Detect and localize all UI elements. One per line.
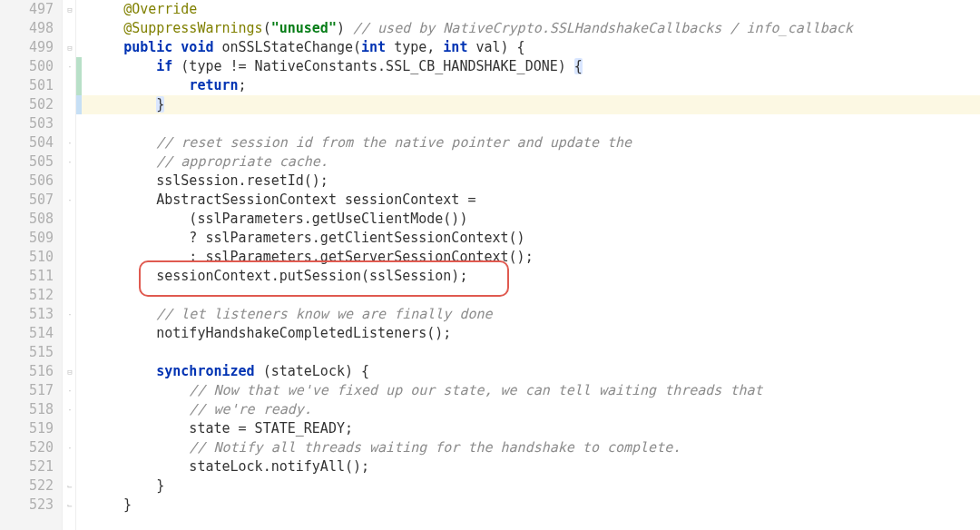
token-plain: notifyHandshakeCompletedListeners(); bbox=[91, 325, 451, 341]
fold-toggle-icon[interactable]: · bbox=[64, 138, 75, 149]
line-number: 505 bbox=[0, 152, 54, 172]
token-cmt: // let listeners know we are finally don… bbox=[156, 306, 492, 322]
token-plain bbox=[91, 39, 123, 55]
token-plain: state = STATE_READY; bbox=[91, 420, 353, 437]
code-line[interactable]: public void onSSLStateChange(int type, i… bbox=[91, 38, 980, 57]
code-line[interactable] bbox=[91, 343, 980, 362]
token-kw: return bbox=[189, 77, 238, 93]
code-line[interactable]: } bbox=[82, 95, 980, 114]
code-line[interactable]: if (type != NativeConstants.SSL_CB_HANDS… bbox=[91, 57, 980, 76]
line-number: 510 bbox=[0, 248, 54, 267]
fold-toggle-icon[interactable]: · bbox=[64, 309, 75, 320]
code-line[interactable]: sessionContext.putSession(sslSession); bbox=[91, 267, 980, 286]
fold-toggle-icon[interactable]: ⊟ bbox=[64, 5, 75, 15]
token-plain bbox=[91, 306, 156, 322]
token-plain bbox=[91, 153, 156, 170]
line-number: 500 bbox=[0, 57, 54, 76]
line-number: 503 bbox=[0, 114, 54, 133]
token-kw: public bbox=[123, 39, 172, 55]
code-line[interactable]: // let listeners know we are finally don… bbox=[91, 305, 980, 324]
line-number: 522 bbox=[0, 476, 54, 496]
code-line[interactable]: (sslParameters.getUseClientMode()) bbox=[91, 210, 980, 229]
code-line[interactable]: // reset session id from the native poin… bbox=[91, 133, 980, 152]
fold-toggle-icon[interactable]: · bbox=[64, 405, 75, 416]
code-line[interactable]: // Now that we've fixed up our state, we… bbox=[91, 381, 980, 400]
token-plain: : sslParameters.getServerSessionContext(… bbox=[91, 249, 534, 265]
code-line[interactable]: ? sslParameters.getClientSessionContext(… bbox=[91, 229, 980, 248]
code-line[interactable]: @Override bbox=[91, 0, 980, 19]
code-line[interactable]: @SuppressWarnings("unused") // used by N… bbox=[91, 19, 980, 38]
token-plain: ) bbox=[337, 20, 353, 36]
line-number: 519 bbox=[0, 419, 54, 438]
fold-toggle-icon[interactable]: · bbox=[64, 195, 75, 206]
code-line[interactable]: // we're ready. bbox=[91, 400, 980, 419]
token-plain: ( bbox=[263, 20, 271, 36]
code-line[interactable]: // appropriate cache. bbox=[91, 152, 980, 172]
token-plain bbox=[91, 20, 123, 36]
line-number: 523 bbox=[0, 496, 54, 515]
fold-toggle-icon[interactable]: ⌙ bbox=[64, 481, 75, 492]
code-line[interactable]: } bbox=[91, 476, 980, 496]
token-plain: (sslParameters.getUseClientMode()) bbox=[91, 211, 467, 227]
token-kw: int bbox=[361, 39, 386, 55]
line-number: 498 bbox=[0, 19, 54, 38]
fold-toggle-icon[interactable]: ⊟ bbox=[64, 43, 75, 54]
fold-column[interactable]: ⊟⊟·····⊟···⌙⌙ bbox=[62, 0, 76, 530]
code-line[interactable]: stateLock.notifyAll(); bbox=[91, 457, 980, 476]
token-ann: @Override bbox=[123, 1, 197, 17]
token-cmt: // we're ready. bbox=[189, 401, 311, 417]
line-number: 514 bbox=[0, 324, 54, 343]
token-plain: (stateLock) { bbox=[255, 363, 369, 379]
token-plain: } bbox=[91, 496, 132, 513]
code-line[interactable]: } bbox=[91, 496, 980, 515]
code-line[interactable]: return; bbox=[91, 76, 980, 95]
code-line[interactable]: AbstractSessionContext sessionContext = bbox=[91, 191, 980, 210]
token-cmt: // used by NativeCrypto.SSLHandshakeCall… bbox=[353, 20, 853, 36]
line-number: 511 bbox=[0, 267, 54, 286]
code-line[interactable] bbox=[91, 114, 980, 133]
token-plain: val) { bbox=[467, 39, 524, 55]
code-line[interactable]: // Notify all threads waiting for the ha… bbox=[91, 438, 980, 457]
token-brace-hl: } bbox=[156, 96, 164, 113]
token-brace-hl: { bbox=[574, 58, 583, 74]
line-number: 502 bbox=[0, 95, 54, 114]
token-plain: ? sslParameters.getClientSessionContext(… bbox=[91, 230, 525, 246]
fold-toggle-icon[interactable]: ⊟ bbox=[64, 367, 75, 378]
code-line[interactable]: synchronized (stateLock) { bbox=[91, 362, 980, 381]
line-number: 497 bbox=[0, 0, 54, 19]
fold-toggle-icon[interactable]: · bbox=[64, 157, 75, 168]
token-kw: int bbox=[443, 39, 467, 55]
token-plain: AbstractSessionContext sessionContext = bbox=[91, 191, 475, 208]
token-kw: void bbox=[181, 39, 213, 55]
token-cmt: // reset session id from the native poin… bbox=[156, 134, 632, 151]
token-cmt: // Notify all threads waiting for the ha… bbox=[189, 439, 681, 456]
code-line[interactable]: : sslParameters.getServerSessionContext(… bbox=[91, 248, 980, 267]
line-number: 506 bbox=[0, 172, 54, 191]
line-number: 499 bbox=[0, 38, 54, 57]
code-line[interactable] bbox=[91, 286, 980, 305]
code-area[interactable]: @Override @SuppressWarnings("unused") //… bbox=[82, 0, 980, 530]
token-plain: (type != NativeConstants.SSL_CB_HANDSHAK… bbox=[172, 58, 574, 74]
token-plain: ; bbox=[239, 77, 247, 93]
line-number: 520 bbox=[0, 438, 54, 457]
token-plain bbox=[91, 401, 189, 417]
fold-toggle-icon[interactable]: · bbox=[64, 443, 75, 454]
code-line[interactable]: state = STATE_READY; bbox=[91, 419, 980, 438]
token-plain bbox=[91, 363, 156, 379]
token-plain bbox=[91, 96, 156, 113]
fold-toggle-icon[interactable]: ⌙ bbox=[64, 500, 75, 511]
code-line[interactable]: sslSession.resetId(); bbox=[91, 172, 980, 191]
line-number: 521 bbox=[0, 457, 54, 476]
token-plain bbox=[91, 439, 189, 456]
token-plain bbox=[91, 382, 189, 398]
line-number-gutter: 4974984995005015025035045055065075085095… bbox=[0, 0, 62, 530]
line-number: 507 bbox=[0, 191, 54, 210]
fold-toggle-icon[interactable]: · bbox=[64, 62, 75, 73]
code-editor: 4974984995005015025035045055065075085095… bbox=[0, 0, 980, 530]
code-line[interactable]: notifyHandshakeCompletedListeners(); bbox=[91, 324, 980, 343]
line-number: 516 bbox=[0, 362, 54, 381]
line-number: 501 bbox=[0, 76, 54, 95]
line-number: 504 bbox=[0, 133, 54, 152]
line-number: 508 bbox=[0, 210, 54, 229]
fold-toggle-icon[interactable]: · bbox=[64, 386, 75, 397]
